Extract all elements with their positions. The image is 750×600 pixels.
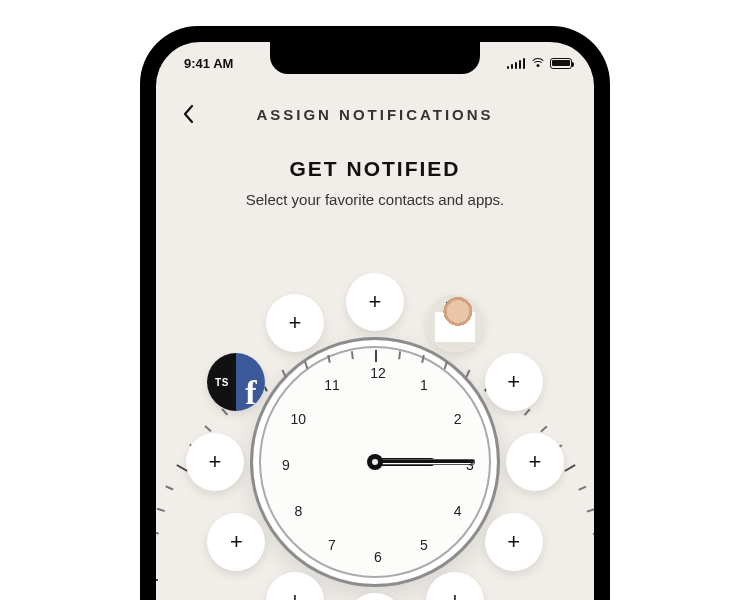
assign-slot-app-fb[interactable]: TSf (207, 353, 265, 411)
clock-tick (587, 508, 594, 512)
assign-slot-empty[interactable]: + (186, 433, 244, 491)
assign-slot-empty[interactable]: + (266, 572, 324, 600)
clock-tick (304, 361, 308, 369)
assign-slot-empty[interactable]: + (346, 593, 404, 600)
clock-numeral: 5 (420, 537, 428, 553)
clock-numeral: 9 (282, 457, 290, 473)
assign-slot-empty[interactable]: + (485, 353, 543, 411)
contact-avatar (426, 294, 484, 352)
clock-tick (444, 361, 448, 369)
clock-numeral: 2 (454, 411, 462, 427)
navbar: ASSIGN NOTIFICATIONS (156, 92, 594, 136)
clock-tick (578, 486, 586, 491)
clock-numeral: 8 (294, 503, 302, 519)
clock-tick (593, 531, 594, 534)
clock-numeral: 11 (324, 377, 340, 393)
clock-tick (540, 426, 547, 432)
clock-tick (465, 370, 470, 378)
clock-dial: 121234567891011 (250, 337, 500, 587)
clock-numeral: 4 (454, 503, 462, 519)
assign-slot-avatar[interactable] (426, 294, 484, 352)
clock-pivot (367, 454, 383, 470)
clock-tick (165, 486, 173, 491)
clock-tick (156, 531, 159, 534)
battery-icon (550, 58, 572, 69)
clock-tick (282, 370, 287, 378)
facebook-icon: f (236, 353, 265, 411)
assign-slot-empty[interactable]: + (506, 433, 564, 491)
clock-tick (375, 350, 377, 362)
clock-numeral: 6 (374, 549, 382, 565)
page-title: ASSIGN NOTIFICATIONS (256, 106, 493, 123)
app-badge: TS (207, 353, 236, 411)
clock-tick (204, 426, 211, 432)
clock-numeral: 7 (328, 537, 336, 553)
clock-numeral: 10 (291, 411, 307, 427)
clock-tick (351, 351, 353, 359)
assign-slot-empty[interactable]: + (426, 572, 484, 600)
clock-numeral: 12 (370, 365, 386, 381)
assign-slot-empty[interactable]: + (266, 294, 324, 352)
clock-tick (564, 464, 575, 472)
hero-headline: GET NOTIFIED (186, 157, 564, 181)
wifi-icon (530, 58, 545, 69)
screen: 9:41 AM ASSIGN NOTIFICATIONS GET NOTIFIE… (156, 42, 594, 600)
clock-numeral: 1 (420, 377, 428, 393)
minute-hand (375, 459, 475, 465)
status-time: 9:41 AM (184, 56, 233, 71)
clock-tick (157, 508, 165, 512)
assign-slot-empty[interactable]: + (207, 513, 265, 571)
dial-area: 121234567891011 +++++++++TSf+ (185, 272, 565, 600)
clock-tick (524, 409, 530, 416)
assign-slot-empty[interactable]: + (346, 273, 404, 331)
assign-slot-empty[interactable]: + (485, 513, 543, 571)
back-button[interactable] (174, 100, 202, 128)
clock-tick (421, 355, 424, 363)
notch (270, 42, 480, 74)
clock-tick (327, 355, 330, 363)
chevron-left-icon (182, 104, 194, 124)
phone-frame: 9:41 AM ASSIGN NOTIFICATIONS GET NOTIFIE… (140, 26, 610, 600)
cellular-icon (507, 58, 526, 69)
hero-subhead: Select your favorite contacts and apps. (186, 191, 564, 208)
hero: GET NOTIFIED Select your favorite contac… (156, 157, 594, 208)
clock-numeral: 3 (466, 457, 474, 473)
clock-tick (156, 579, 158, 581)
clock-tick (398, 351, 400, 359)
